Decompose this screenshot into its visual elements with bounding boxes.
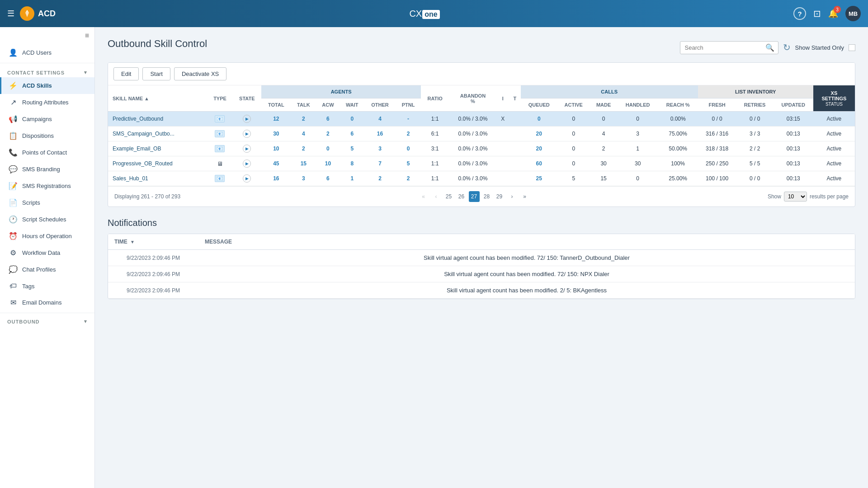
- ratio-cell: 1:1: [421, 171, 449, 186]
- pagination-page-28[interactable]: 28: [481, 191, 492, 202]
- table-row[interactable]: Progressive_OB_Routed 🖥 ▶ 45 15 10 8 7 5…: [108, 156, 855, 171]
- search-button[interactable]: 🔍: [762, 43, 778, 52]
- contact-settings-chevron: ▾: [84, 70, 87, 75]
- wait-cell: 5: [340, 141, 364, 156]
- acw-cell: 10: [316, 156, 340, 171]
- sidebar-label-script-schedules: Script Schedules: [22, 216, 66, 223]
- talk-cell: 2: [291, 112, 316, 127]
- pagination-prev[interactable]: ‹: [431, 191, 442, 202]
- search-input[interactable]: [680, 42, 762, 54]
- sidebar-item-sms-branding[interactable]: 💬 SMS Branding: [0, 161, 94, 178]
- skill-name-cell: Progressive_OB_Routed: [108, 156, 208, 171]
- sidebar-item-script-schedules[interactable]: 🕐 Script Schedules: [0, 211, 94, 228]
- ratio-cell: 1:1: [421, 112, 449, 127]
- help-icon[interactable]: ?: [793, 7, 806, 20]
- col-skill-name[interactable]: SKILL NAME ▲: [108, 85, 208, 112]
- col-t: T: [509, 85, 521, 112]
- logo-icon: [20, 6, 34, 21]
- status-cell: Active: [813, 141, 855, 156]
- sidebar-collapse-button[interactable]: ≡: [0, 27, 94, 44]
- pagination-page-25[interactable]: 25: [443, 191, 454, 202]
- sidebar-label-sms-branding: SMS Branding: [22, 166, 60, 173]
- sidebar-item-acd-users[interactable]: 👤 ACD Users: [0, 44, 94, 61]
- show-results: Show 102550100 results per page: [768, 192, 849, 202]
- sidebar: ≡ 👤 ACD Users CONTACT SETTINGS ▾ ⚡ ACD S…: [0, 27, 95, 488]
- state-cell[interactable]: ▶: [232, 127, 261, 141]
- retries-cell: 0 / 0: [736, 112, 774, 127]
- notif-message: Skill virtual agent count has been modif…: [198, 250, 855, 266]
- reach-cell: 75.00%: [658, 127, 698, 141]
- sidebar-item-hours-of-operation[interactable]: ⏰ Hours of Operation: [0, 228, 94, 244]
- notif-time: 9/22/2023 2:09:46 PM: [108, 266, 198, 282]
- state-cell[interactable]: ▶: [232, 171, 261, 186]
- notif-time: 9/22/2023 2:09:46 PM: [108, 250, 198, 266]
- total-cell: 45: [261, 156, 291, 171]
- hours-icon: ⏰: [9, 232, 18, 240]
- notif-col-time[interactable]: TIME ▼: [108, 234, 198, 250]
- edit-button[interactable]: Edit: [113, 67, 139, 80]
- pagination-page-26[interactable]: 26: [456, 191, 467, 202]
- sidebar-item-email-domains[interactable]: ✉ Email Domains: [0, 294, 94, 311]
- chat-icon: 💭: [9, 265, 18, 274]
- fresh-cell: 0 / 0: [698, 112, 736, 127]
- campaigns-icon: 📢: [9, 115, 18, 123]
- pagination-last[interactable]: »: [519, 191, 530, 202]
- active-cell: 5: [557, 171, 590, 186]
- sidebar-label-tags: Tags: [22, 283, 34, 290]
- pagination-next[interactable]: ›: [507, 191, 518, 202]
- queued-cell: 20: [521, 127, 557, 141]
- show-started-checkbox[interactable]: [849, 44, 855, 51]
- sidebar-item-workflow-data[interactable]: ⚙ Workflow Data: [0, 244, 94, 261]
- sidebar-item-routing-attributes[interactable]: ↗ Routing Attributes: [0, 94, 94, 111]
- abandon-cell: 0.0% / 3.0%: [449, 127, 496, 141]
- notif-message: Skill virtual agent count has been modif…: [198, 266, 855, 282]
- sidebar-item-scripts[interactable]: 📄 Scripts: [0, 194, 94, 211]
- pagination-first[interactable]: «: [418, 191, 429, 202]
- sidebar-item-dispositions[interactable]: 📋 Dispositions: [0, 127, 94, 144]
- outbound-section[interactable]: OUTBOUND ▾: [0, 315, 94, 326]
- sidebar-item-tags[interactable]: 🏷 Tags: [0, 278, 94, 294]
- total-cell: 16: [261, 171, 291, 186]
- state-cell[interactable]: ▶: [232, 141, 261, 156]
- notification-icon[interactable]: 🔔 3: [828, 9, 838, 19]
- start-button[interactable]: Start: [142, 67, 170, 80]
- sms-branding-icon: 💬: [9, 165, 18, 174]
- abandon-cell: 0.0% / 3.0%: [449, 156, 496, 171]
- talk-cell: 3: [291, 171, 316, 186]
- handled-cell: 0: [618, 171, 658, 186]
- handled-cell: 30: [618, 156, 658, 171]
- total-cell: 10: [261, 141, 291, 156]
- pagination-page-29[interactable]: 29: [494, 191, 505, 202]
- t-cell: [509, 112, 521, 127]
- t-cell: [509, 156, 521, 171]
- state-cell[interactable]: ▶: [232, 112, 261, 127]
- table-row[interactable]: Example_Email_OB 📧 ▶ 10 2 0 5 3 0 3:1 0.…: [108, 141, 855, 156]
- routing-attributes-icon: ↗: [9, 98, 18, 107]
- sidebar-label-poc: Points of Contact: [22, 149, 67, 156]
- refresh-button[interactable]: ↻: [783, 42, 791, 53]
- user-avatar[interactable]: MB: [845, 6, 861, 21]
- table-row[interactable]: Sales_Hub_01 📧 ▶ 16 3 6 1 2 2 1:1 0.0% /…: [108, 171, 855, 186]
- acw-cell: 0: [316, 141, 340, 156]
- total-cell: 30: [261, 127, 291, 141]
- sidebar-item-acd-skills[interactable]: ⚡ ACD Skills: [0, 77, 94, 94]
- col-other: OTHER: [364, 99, 396, 112]
- hamburger-menu[interactable]: ☰: [7, 9, 14, 19]
- sidebar-item-chat-profiles[interactable]: 💭 Chat Profiles: [0, 261, 94, 278]
- contact-settings-section[interactable]: CONTACT SETTINGS ▾: [0, 65, 94, 77]
- talk-cell: 4: [291, 127, 316, 141]
- state-cell[interactable]: ▶: [232, 156, 261, 171]
- wait-cell: 0: [340, 112, 364, 127]
- reach-cell: 25.00%: [658, 171, 698, 186]
- sidebar-item-sms-registrations[interactable]: 📝 SMS Registrations: [0, 178, 94, 194]
- sidebar-item-points-of-contact[interactable]: 📞 Points of Contact: [0, 144, 94, 161]
- col-handled: HANDLED: [618, 99, 658, 112]
- pagination-page-27[interactable]: 27: [469, 191, 480, 202]
- per-page-select[interactable]: 102550100: [784, 192, 807, 202]
- header-search-area: 🔍 ↻ Show Started Only: [680, 41, 855, 54]
- monitor-icon[interactable]: ⊡: [813, 8, 821, 19]
- deactivate-button[interactable]: Deactivate XS: [174, 67, 226, 80]
- sidebar-item-campaigns[interactable]: 📢 Campaigns: [0, 111, 94, 127]
- table-row[interactable]: Predictive_Outbound 📧 ▶ 12 2 6 0 4 - 1:1…: [108, 112, 855, 127]
- table-row[interactable]: SMS_Campaign_Outbo... 📧 ▶ 30 4 2 6 16 2 …: [108, 127, 855, 141]
